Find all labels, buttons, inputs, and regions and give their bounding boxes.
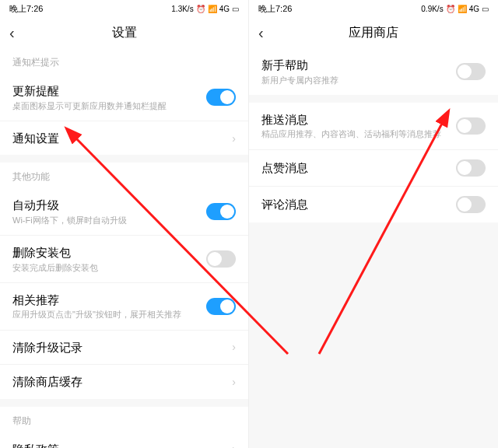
row-sub: 桌面图标显示可更新应用数并通知栏提醒	[12, 100, 206, 111]
row-sub: 精品应用推荐、内容咨询、活动福利等消息推荐	[261, 128, 456, 139]
toggle-delete-apk[interactable]	[206, 250, 236, 268]
alarm-off-icon: ⏰	[196, 5, 205, 13]
row-sub: Wi-Fi网络下，锁屏时自动升级	[12, 215, 206, 226]
row-clear-upgrade-history[interactable]: 清除升级记录 ›	[0, 331, 248, 366]
chevron-right-icon: ›	[232, 443, 236, 448]
toggle-comment[interactable]	[456, 196, 486, 213]
left-phone: 晚上7:26 1.3K/s ⏰ 📶 4G ▭ ‹ 设置 通知栏提示 更新提醒 桌…	[0, 0, 249, 448]
toggle-update-reminder[interactable]	[206, 89, 236, 106]
page-title: 应用商店	[349, 25, 398, 41]
battery-icon: ▭	[482, 5, 489, 13]
net-speed: 1.3K/s	[171, 5, 193, 13]
chevron-right-icon: ›	[232, 376, 236, 388]
signal-icon: 📶	[208, 5, 217, 13]
right-phone: 晚上7:26 0.9K/s ⏰ 📶 4G ▭ ‹ 应用商店 新手帮助 新用户专属…	[249, 0, 498, 448]
status-icons: 1.3K/s ⏰ 📶 4G ▭	[171, 5, 239, 13]
row-auto-upgrade[interactable]: 自动升级 Wi-Fi网络下，锁屏时自动升级	[0, 188, 248, 236]
row-comment-message[interactable]: 评论消息	[249, 187, 498, 222]
toggle-recommend[interactable]	[206, 298, 236, 315]
row-label: 清除升级记录	[12, 340, 226, 355]
row-recommend[interactable]: 相关推荐 应用升级页点击"升级"按钮时，展开相关推荐	[0, 283, 248, 331]
row-label: 新手帮助	[261, 58, 456, 73]
section-label: 其他功能	[0, 163, 248, 188]
section-gap	[249, 95, 498, 103]
back-icon[interactable]: ‹	[258, 24, 277, 42]
status-time: 晚上7:26	[258, 3, 292, 15]
status-bar: 晚上7:26 1.3K/s ⏰ 📶 4G ▭	[0, 0, 248, 17]
signal-label: 4G	[469, 5, 479, 13]
row-label: 自动升级	[12, 198, 206, 213]
header: ‹ 应用商店	[249, 17, 498, 48]
row-label: 点赞消息	[261, 160, 456, 176]
row-label: 更新提醒	[12, 83, 206, 99]
status-icons: 0.9K/s ⏰ 📶 4G ▭	[421, 5, 489, 13]
row-like-message[interactable]: 点赞消息	[249, 150, 498, 187]
empty-area	[249, 222, 498, 448]
net-speed: 0.9K/s	[421, 5, 443, 13]
toggle-push[interactable]	[456, 117, 486, 135]
toggle-newbie[interactable]	[456, 63, 486, 80]
row-push-message[interactable]: 推送消息 精品应用推荐、内容咨询、活动福利等消息推荐	[249, 103, 498, 150]
signal-label: 4G	[219, 5, 230, 13]
row-label: 相关推荐	[12, 292, 206, 308]
row-sub: 安装完成后删除安装包	[12, 262, 206, 273]
row-label: 评论消息	[261, 197, 456, 212]
back-icon[interactable]: ‹	[9, 24, 28, 42]
row-label: 推送消息	[261, 112, 456, 128]
toggle-like[interactable]	[456, 159, 486, 177]
section-label: 通知栏提示	[0, 48, 248, 74]
section-gap	[0, 155, 248, 163]
row-label: 清除商店缓存	[12, 374, 226, 390]
signal-icon: 📶	[458, 5, 467, 13]
row-clear-cache[interactable]: 清除商店缓存 ›	[0, 365, 248, 399]
chevron-right-icon: ›	[232, 341, 236, 353]
row-label: 删除安装包	[12, 245, 206, 261]
chevron-right-icon: ›	[232, 132, 236, 145]
row-update-reminder[interactable]: 更新提醒 桌面图标显示可更新应用数并通知栏提醒	[0, 74, 248, 121]
row-label: 通知设置	[12, 131, 226, 146]
page-title: 设置	[112, 25, 137, 41]
row-sub: 新用户专属内容推荐	[261, 75, 456, 86]
section-gap	[0, 399, 248, 407]
row-label: 隐私政策	[12, 442, 226, 448]
row-sub: 应用升级页点击"升级"按钮时，展开相关推荐	[12, 309, 206, 320]
battery-icon: ▭	[232, 5, 239, 13]
row-newbie-help[interactable]: 新手帮助 新用户专属内容推荐	[249, 48, 498, 95]
section-label: 帮助	[0, 407, 248, 432]
alarm-off-icon: ⏰	[446, 5, 455, 13]
row-privacy[interactable]: 隐私政策 ›	[0, 432, 248, 448]
toggle-auto-upgrade[interactable]	[206, 203, 236, 220]
status-bar: 晚上7:26 0.9K/s ⏰ 📶 4G ▭	[249, 0, 498, 17]
row-notification-settings[interactable]: 通知设置 ›	[0, 121, 248, 156]
status-time: 晚上7:26	[9, 3, 43, 15]
header: ‹ 设置	[0, 17, 248, 48]
row-delete-apk[interactable]: 删除安装包 安装完成后删除安装包	[0, 236, 248, 283]
